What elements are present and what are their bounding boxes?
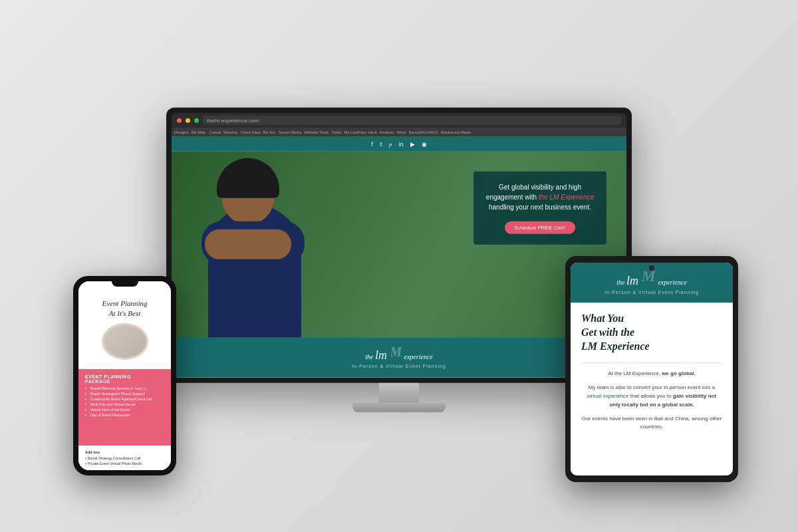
tablet-body: What YouGet with theLM Experience At the… <box>571 303 733 475</box>
phone-hero-section: Event PlanningAt It's Best <box>78 281 171 369</box>
social-bar: f 𝕥 𝑝 in ▶ ◉ <box>172 137 626 152</box>
phone-list-item: Virtual Host of the Event <box>85 408 164 412</box>
hero-headline: Get global visibility and high engagemen… <box>484 182 596 212</box>
phone-screen: Event PlanningAt It's Best EVENT PLANNIN… <box>78 281 171 470</box>
bookmark-item: Client Sites <box>241 130 261 134</box>
bookmark-item: Biz Ed. <box>263 130 276 134</box>
tablet-tagline: In-Person & Virtual Event Planning <box>580 290 724 295</box>
tablet-header: the lm M experience In-Person & Virtual … <box>571 263 733 303</box>
bookmark-item: Trello <box>331 130 341 134</box>
instagram-icon[interactable]: ◉ <box>422 141 427 148</box>
hero-section: Get global visibility and high engagemen… <box>172 152 626 338</box>
tablet-divider <box>581 362 722 363</box>
window-maximize-dot <box>194 118 199 122</box>
monitor-device: thelm experience.com Designs Biz Mas. Ca… <box>166 108 632 412</box>
phone-device: Event PlanningAt It's Best EVENT PLANNIN… <box>73 276 176 475</box>
phone-extra-section: Add ons • Social Strategy Consultation C… <box>78 446 171 470</box>
bookmark-item: Canva <box>209 130 221 134</box>
browser-bar: thelm experience.com <box>172 113 626 128</box>
monitor-stand <box>166 383 632 412</box>
monitor-base <box>352 403 446 412</box>
logo-M: M <box>390 344 402 359</box>
monitor-neck <box>379 383 419 403</box>
phone-list-item: Customized Brand Agenda/Check List <box>85 397 164 401</box>
bookmark-item: Waverly <box>223 130 237 134</box>
tablet-logo: the lm M experience <box>580 271 724 289</box>
website-screen: f 𝕥 𝑝 in ▶ ◉ <box>172 137 626 378</box>
facebook-icon[interactable]: f <box>371 141 373 148</box>
tablet-logo-experience: experience <box>658 279 686 286</box>
window-minimize-dot <box>186 118 190 122</box>
linkedin-icon[interactable]: in <box>399 141 404 148</box>
bookmark-item: Website Tools <box>304 130 329 134</box>
pinterest-icon[interactable]: 𝑝 <box>389 140 392 148</box>
monitor-screen-wrapper: thelm experience.com Designs Biz Mas. Ca… <box>166 108 632 383</box>
hero-text-box: Get global visibility and high engagemen… <box>473 172 606 245</box>
bookmark-item: Mackenzie Made <box>441 130 471 134</box>
logo-lm: lm <box>375 348 390 362</box>
url-bar[interactable]: thelm experience.com <box>203 116 621 125</box>
phone-list-item: Brand Planning Session (1 hour +) <box>85 386 164 390</box>
tablet-para-3: Our events have been seen in Bali and Ch… <box>581 415 722 432</box>
phone-list-item: Brand Strategized Phone Support <box>85 392 164 396</box>
tablet-logo-lm: lm <box>626 274 642 287</box>
tablet-main-heading: What YouGet with theLM Experience <box>581 312 722 353</box>
phone-list-item: Day of Event Resources <box>85 413 164 417</box>
scene: thelm experience.com Designs Biz Mas. Ca… <box>33 17 765 515</box>
bookmark-item: Social Media <box>279 130 301 134</box>
hero-highlight: the LM Experience <box>539 194 594 201</box>
phone-heading: Event PlanningAt It's Best <box>85 299 164 319</box>
tablet-screen: the lm M experience In-Person & Virtual … <box>571 263 733 475</box>
bookmark-item: Biz Mas. <box>192 130 207 134</box>
phone-image-placeholder <box>104 325 146 358</box>
bookmark-item: Designs <box>174 130 189 134</box>
cta-button[interactable]: Schedule FREE Call!! <box>505 221 575 234</box>
site-tagline: In-Person & Virtual Event Planning <box>352 364 446 368</box>
phone-image-area <box>102 323 148 360</box>
tablet-logo-the: the <box>616 279 626 286</box>
tablet-para-2: My team is able to convert your in-perso… <box>581 384 722 409</box>
phone-pink-section: EVENT PLANNINGPACKAGE Brand Planning Ses… <box>78 369 171 446</box>
tablet-logo-M: M <box>642 267 656 285</box>
phone-list-item: Multi-City and Virtual Venue <box>85 402 164 406</box>
phone-section-title: EVENT PLANNINGPACKAGE <box>85 374 164 384</box>
bookmark-item: Woot <box>396 130 406 134</box>
twitter-icon[interactable]: 𝕥 <box>380 141 382 148</box>
bookmark-item: Amazon <box>379 130 394 134</box>
tablet-para-1: At the LM Experience, we go global. <box>581 370 722 378</box>
phone-extra-text: Add ons • Social Strategy Consultation C… <box>85 450 164 466</box>
site-footer-band: the lm M experience In-Person & Virtual … <box>172 338 626 378</box>
phone-notch <box>112 281 138 287</box>
site-logo: the lm M experience <box>365 347 433 362</box>
logo-experience: experience <box>404 353 432 360</box>
logo-the: the <box>365 353 375 360</box>
url-text: thelm experience.com <box>207 117 259 123</box>
bookmark-item: My LastPass Vault <box>344 130 376 134</box>
bookmarks-bar: Designs Biz Mas. Canva Waverly Client Si… <box>172 128 626 137</box>
tablet-device: the lm M experience In-Person & Virtual … <box>565 256 738 482</box>
window-close-dot <box>177 118 182 122</box>
youtube-icon[interactable]: ▶ <box>410 141 415 148</box>
bookmark-item: SavvyBALANCE <box>408 130 438 134</box>
